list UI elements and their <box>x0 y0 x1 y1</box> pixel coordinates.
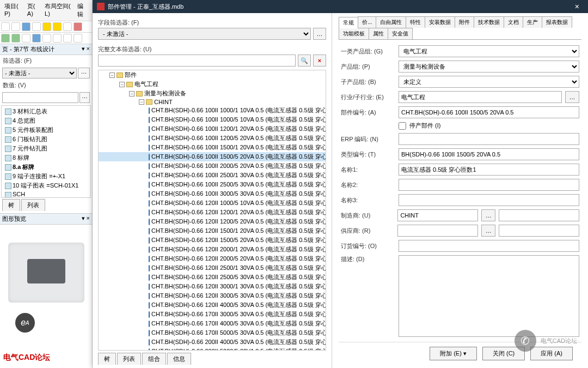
right-tab[interactable]: 自由属性 <box>376 16 406 28</box>
values-more-button[interactable]: … <box>79 92 90 103</box>
page-tree-node[interactable]: 3 材料汇总表 <box>3 107 89 116</box>
right-tab[interactable]: 安全值 <box>388 28 413 39</box>
parts-tree-node[interactable]: CHT.BH(SDH)-0.66 120II 1500/5 20VA 0.5 (… <box>99 236 326 245</box>
parts-tree-node[interactable]: CHT.BH(SDH)-0.66 100II 3000/5 30VA 0.5 (… <box>99 189 326 198</box>
ord-input[interactable] <box>399 240 579 252</box>
parts-tree-node[interactable]: CHT.BH(SDH)-0.66 100II 1500/5 20VA 0.5 (… <box>99 152 326 161</box>
menu-page[interactable]: 页(​A) <box>25 1 41 20</box>
parts-tree-node[interactable]: CHT.BH(SDH)-0.66 120II 3000/5 30VA 0.5 (… <box>99 291 326 300</box>
parts-tree-node[interactable]: CHT.BH(SDH)-0.66 170II 3000/5 30VA 0.5 (… <box>99 310 326 319</box>
tb-icon[interactable] <box>74 34 82 43</box>
page-tree-node[interactable]: 5 元件板装配图 <box>3 125 89 135</box>
preview-menu-icon[interactable]: ▾ × <box>82 215 90 223</box>
mfr-desc-input[interactable] <box>499 209 579 221</box>
page-tree-node[interactable]: 10 端子图表 =SCH-01X1 <box>3 181 89 190</box>
tb-icon[interactable] <box>42 34 51 43</box>
tb-icon[interactable] <box>1 34 10 43</box>
spg-select[interactable]: 未定义 <box>399 76 579 88</box>
parts-tree-node[interactable]: CHT.BH(SDH)-0.66 100II 1500/1 20VA 0.5 (… <box>99 143 326 152</box>
tb-icon[interactable] <box>22 34 30 43</box>
parts-tree-node[interactable]: CHT.BH(SDH)-0.66 200II 5000/5 30VA 0.5 (… <box>99 347 326 351</box>
tab-list[interactable]: 列表 <box>21 199 45 211</box>
right-tab[interactable]: 属性 <box>369 28 388 39</box>
sup-desc-input[interactable] <box>499 225 579 237</box>
parts-tree-node[interactable]: − 测量与检测设备 <box>99 89 326 98</box>
mfr-more-button[interactable]: … <box>481 209 495 221</box>
tb-icon[interactable] <box>32 22 41 31</box>
parts-tree-node[interactable]: CHT.BH(SDH)-0.66 120II 3000/1 30VA 0.5 (… <box>99 282 326 291</box>
page-tree-node[interactable]: 9 端子连接图 =+-X1 <box>3 172 89 181</box>
pn-input[interactable] <box>399 106 579 118</box>
bottom-tab[interactable]: 树 <box>98 353 116 365</box>
parts-tree-node[interactable]: − 电气工程 <box>99 80 326 89</box>
parts-tree-node[interactable]: CHT.BH(SDH)-0.66 120II 4000/5 30VA 0.5 (… <box>99 300 326 310</box>
menu-layout[interactable]: 布局空间(​L) <box>42 1 74 20</box>
parts-tree-node[interactable]: CHT.BH(SDH)-0.66 100II 1000/5 10VA 0.5 (… <box>99 115 326 124</box>
parts-tree-node[interactable]: CHT.BH(SDH)-0.66 100II 2000/5 20VA 0.5 (… <box>99 161 326 171</box>
mfr-input[interactable] <box>397 209 478 221</box>
parts-tree-node[interactable]: CHT.BH(SDH)-0.66 170II 5000/5 30VA 0.5 (… <box>99 328 326 337</box>
tb-icon[interactable] <box>63 22 72 31</box>
tab-tree[interactable]: 树 <box>2 199 20 211</box>
ind-input[interactable] <box>399 91 562 103</box>
parts-tree-node[interactable]: CHT.BH(SDH)-0.66 120II 2500/5 30VA 0.5 (… <box>99 273 326 282</box>
tb-icon[interactable] <box>11 22 20 31</box>
parts-tree-node[interactable]: CHT.BH(SDH)-0.66 170II 4000/5 30VA 0.5 (… <box>99 319 326 328</box>
tb-icon[interactable] <box>53 22 62 31</box>
bottom-tab[interactable]: 信息 <box>167 353 191 365</box>
page-tree-node[interactable]: 8.a 标牌 <box>3 162 89 172</box>
sup-input[interactable] <box>397 225 478 237</box>
pg-select[interactable]: 测量与检测设备 <box>399 61 579 73</box>
page-tree-node[interactable]: 7 元件钻孔图 <box>3 144 89 153</box>
page-tree[interactable]: 3 材料汇总表4 总览图5 元件板装配图6 门板钻孔图7 元件钻孔图8 标牌8.… <box>1 105 91 198</box>
right-tab[interactable]: 生产 <box>523 16 542 28</box>
parts-tree-node[interactable]: CHT.BH(SDH)-0.66 100II 1200/5 20VA 0.5 (… <box>99 134 326 143</box>
right-tab[interactable]: 文档 <box>504 16 523 28</box>
parts-tree-node[interactable]: CHT.BH(SDH)-0.66 100II 2500/1 30VA 0.5 (… <box>99 171 326 180</box>
filter-select[interactable]: - 未激活 - <box>2 68 77 79</box>
page-tree-node[interactable]: 8 标牌 <box>3 153 89 162</box>
erp-input[interactable] <box>399 133 579 145</box>
n3-input[interactable] <box>399 194 579 206</box>
parts-tree-node[interactable]: CHT.BH(SDH)-0.66 100II 1000/1 10VA 0.5 (… <box>99 106 326 115</box>
text-filter-input[interactable] <box>98 55 296 67</box>
page-tree-node[interactable]: SCH <box>3 190 89 198</box>
page-tree-node[interactable]: 4 总览图 <box>3 116 89 125</box>
parts-tree-node[interactable]: CHT.BH(SDH)-0.66 120II 2000/1 20VA 0.5 (… <box>99 245 326 254</box>
page-tree-node[interactable]: 6 门板钻孔图 <box>3 135 89 144</box>
ind-more-button[interactable]: … <box>565 91 579 103</box>
parts-tree-node[interactable]: CHT.BH(SDH)-0.66 120II 1200/1 20VA 0.5 (… <box>99 208 326 217</box>
close-icon[interactable]: × <box>571 2 584 11</box>
right-tab[interactable]: 特性 <box>406 16 425 28</box>
parts-tree[interactable]: − 部件− 电气工程− 测量与检测设备− CHINT CHT.BH(SDH)-0… <box>98 70 326 351</box>
parts-tree-node[interactable]: CHT.BH(SDH)-0.66 120II 2000/5 20VA 0.5 (… <box>99 254 326 263</box>
search-button[interactable]: 🔍 <box>298 55 311 67</box>
parts-tree-node[interactable]: CHT.BH(SDH)-0.66 120II 1200/5 20VA 0.5 (… <box>99 217 326 226</box>
field-filter-more-button[interactable]: … <box>313 28 326 40</box>
parts-tree-node[interactable]: CHT.BH(SDH)-0.66 100II 2500/5 30VA 0.5 (… <box>99 180 326 189</box>
bottom-tab[interactable]: 列表 <box>117 353 141 365</box>
disc-checkbox[interactable] <box>399 122 406 130</box>
right-tab[interactable]: 附件 <box>455 16 474 28</box>
n1-input[interactable] <box>399 164 579 176</box>
extra-button[interactable]: 附加 (E) <box>430 347 477 360</box>
cat-select[interactable]: 电气工程 <box>399 45 579 57</box>
parts-tree-node[interactable]: − CHINT <box>99 98 326 106</box>
menu-edit[interactable]: 编辑 <box>75 1 90 20</box>
parts-tree-node[interactable]: CHT.BH(SDH)-0.66 120II 1500/1 20VA 0.5 (… <box>99 226 326 236</box>
sup-more-button[interactable]: … <box>481 225 495 237</box>
type-input[interactable] <box>399 148 579 160</box>
tb-icon[interactable] <box>53 34 62 43</box>
filter-more-button[interactable]: … <box>78 68 90 79</box>
panel-menu-icon[interactable]: ▾ × <box>82 45 90 53</box>
parts-tree-node[interactable]: CHT.BH(SDH)-0.66 200II 4000/5 30VA 0.5 (… <box>99 337 326 347</box>
bottom-tab[interactable]: 组合 <box>142 353 166 365</box>
field-filter-select[interactable]: - 未激活 - <box>98 28 311 40</box>
tb-icon[interactable] <box>1 22 10 31</box>
right-tab[interactable]: 技术数据 <box>474 16 504 28</box>
right-tab[interactable]: 功能模板 <box>339 28 369 39</box>
n2-input[interactable] <box>399 179 579 191</box>
parts-tree-node[interactable]: CHT.BH(SDH)-0.66 120II 2500/1 30VA 0.5 (… <box>99 263 326 273</box>
parts-tree-node[interactable]: CHT.BH(SDH)-0.66 120II 1000/5 10VA 0.5 (… <box>99 198 326 208</box>
tb-icon[interactable] <box>74 22 82 31</box>
